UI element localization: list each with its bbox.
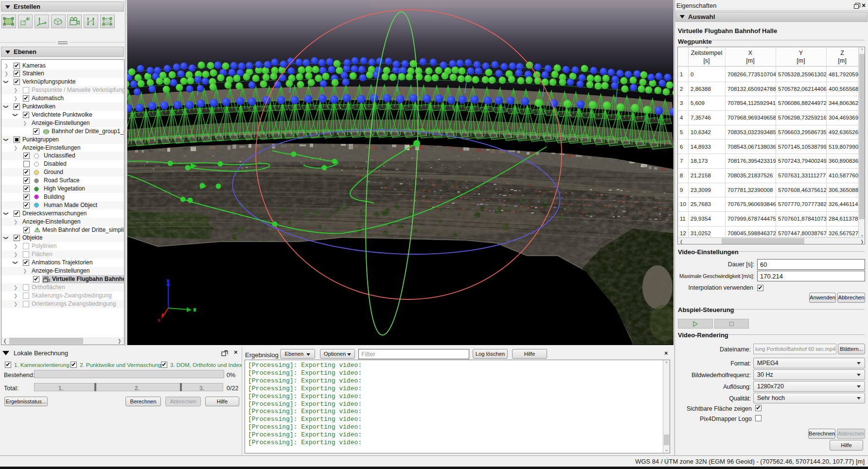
svg-text:x: x — [158, 317, 160, 323]
